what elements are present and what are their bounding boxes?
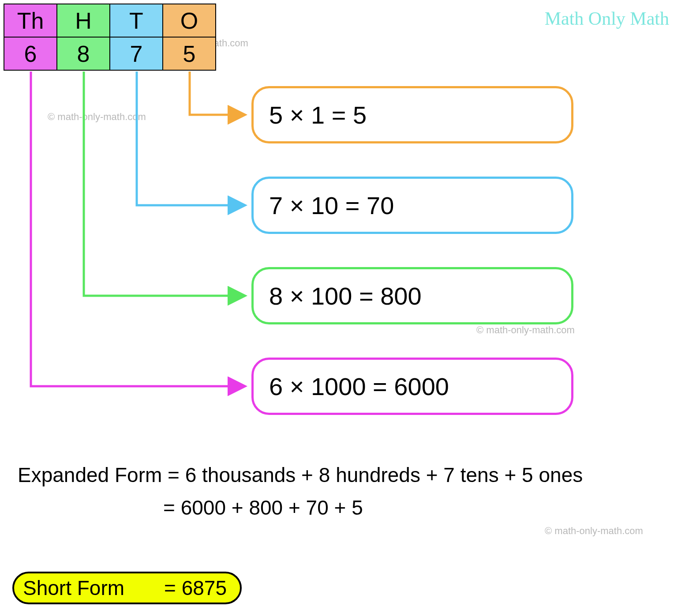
expanded-form-line1: Expanded Form = 6 thousands + 8 hundreds…: [18, 459, 682, 492]
arrow-ones-icon: [190, 72, 243, 115]
place-value-table: Th H T O 6 8 7 5: [4, 4, 216, 71]
arrow-thousands-icon: [31, 72, 243, 386]
expanded-form-text: Expanded Form = 6 thousands + 8 hundreds…: [18, 459, 682, 524]
short-form-value: = 6875: [164, 576, 227, 600]
pv-digit-hundreds: 8: [57, 37, 110, 70]
expression-ones: 5 × 1 = 5: [251, 86, 573, 143]
watermark: © math-only-math.com: [48, 111, 146, 123]
pv-header-ones: O: [163, 4, 216, 37]
expanded-form-line2: = 6000 + 800 + 70 + 5: [18, 492, 682, 524]
expression-thousands: 6 × 1000 = 6000: [251, 358, 573, 415]
short-form-label: Short Form: [23, 576, 164, 600]
pv-digit-tens: 7: [110, 37, 163, 70]
watermark: © math-only-math.com: [476, 324, 575, 336]
pv-header-thousands: Th: [4, 4, 57, 37]
pv-header-tens: T: [110, 4, 163, 37]
pv-header-hundreds: H: [57, 4, 110, 37]
expression-hundreds: 8 × 100 = 800: [251, 267, 573, 324]
watermark: © math-only-math.com: [545, 525, 643, 537]
arrow-hundreds-icon: [84, 72, 243, 296]
arrow-tens-icon: [137, 72, 243, 205]
brand-logo-text: Math Only Math: [545, 8, 669, 29]
pv-digit-thousands: 6: [4, 37, 57, 70]
pv-digit-ones: 5: [163, 37, 216, 70]
expression-tens: 7 × 10 = 70: [251, 177, 573, 234]
short-form-box: Short Form = 6875: [12, 572, 242, 604]
